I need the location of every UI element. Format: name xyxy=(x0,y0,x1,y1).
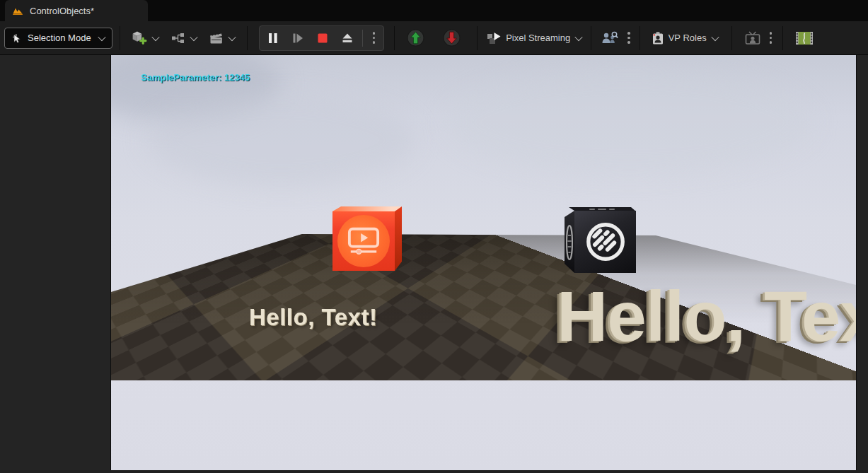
pixel-streaming-label: Pixel Streaming xyxy=(506,33,570,43)
main-toolbar: Selection Mode xyxy=(0,21,868,55)
viewport-3d[interactable]: Hello, Text! Hello, Text! SampleParamete… xyxy=(111,55,856,470)
pixel-streaming-button[interactable]: Pixel Streaming xyxy=(483,29,585,47)
toolbar-separator xyxy=(247,26,248,50)
cursor-arrow-icon xyxy=(11,33,22,44)
tab-label: ControlObjects* xyxy=(30,6,94,16)
tab-controlobjects[interactable]: ControlObjects* xyxy=(5,0,148,21)
logo-cube-actor[interactable] xyxy=(565,207,636,273)
blueprints-button[interactable] xyxy=(168,30,200,47)
text-actor-large[interactable]: Hello, Text! xyxy=(557,276,856,357)
cube-front-face xyxy=(332,211,395,271)
chevron-down-icon xyxy=(575,33,583,40)
sample-parameter-hud: SampleParameter: 12345 xyxy=(141,72,250,83)
toolbar-separator xyxy=(120,26,120,50)
media-badge xyxy=(337,215,390,267)
toolbar-separator xyxy=(477,26,478,50)
cinematics-button[interactable] xyxy=(206,29,238,47)
toolbar-separator xyxy=(782,26,783,50)
pause-button[interactable] xyxy=(263,29,283,47)
chevron-down-icon xyxy=(98,33,105,40)
vp-roles-button[interactable]: VP Roles xyxy=(647,28,722,48)
red-down-arrow-circle-icon xyxy=(443,29,461,47)
multi-user-button[interactable] xyxy=(597,28,623,48)
playback-controls xyxy=(259,25,385,51)
toolbar-separator xyxy=(731,26,732,50)
take-recorder-button[interactable] xyxy=(792,28,817,49)
text-actor-small[interactable]: Hello, Text! xyxy=(249,304,377,331)
chevron-down-icon xyxy=(151,33,159,40)
step-forward-button[interactable] xyxy=(288,29,308,47)
pull-changes-button[interactable] xyxy=(439,26,464,49)
chevron-down-icon xyxy=(228,33,236,40)
toolbar-separator xyxy=(640,26,640,50)
clapperboard-icon xyxy=(209,32,224,45)
side-ring-icon xyxy=(565,224,574,261)
add-actor-button[interactable] xyxy=(127,28,162,48)
striped-circle-logo-icon xyxy=(584,220,627,264)
squares-play-icon xyxy=(487,32,502,45)
tv-person-icon xyxy=(744,31,761,45)
media-player-icon xyxy=(347,226,380,256)
bottom-strip xyxy=(0,470,868,473)
push-changes-button[interactable] xyxy=(403,26,428,49)
chevron-down-icon xyxy=(190,33,197,40)
vp-roles-label: VP Roles xyxy=(669,33,707,43)
playback-separator xyxy=(362,30,363,47)
pause-icon xyxy=(267,32,279,45)
selection-mode-label: Selection Mode xyxy=(28,33,91,43)
broadcast-button[interactable] xyxy=(741,28,765,48)
playback-options-button[interactable] xyxy=(368,30,381,45)
cloud xyxy=(146,94,415,186)
cube-plus-icon xyxy=(131,30,147,45)
toolbar-separator xyxy=(394,26,395,50)
tab-bar: ControlObjects* xyxy=(0,0,868,21)
broadcast-options-button[interactable] xyxy=(765,30,777,45)
eject-icon xyxy=(341,32,354,45)
right-panel-strip xyxy=(856,55,868,470)
editor-main-area: Hello, Text! Hello, Text! SampleParamete… xyxy=(0,55,868,470)
cube-front-face xyxy=(574,211,636,273)
stop-button[interactable] xyxy=(313,29,332,47)
step-forward-icon xyxy=(291,32,304,45)
media-cube-actor[interactable] xyxy=(332,206,402,271)
eject-button[interactable] xyxy=(337,29,357,47)
toolbar-separator xyxy=(591,26,591,50)
cloud xyxy=(446,69,814,175)
green-filmstrip-icon xyxy=(795,30,814,46)
people-magnifier-icon xyxy=(601,31,619,45)
levels-mountain-icon xyxy=(12,5,23,16)
selection-mode-button[interactable]: Selection Mode xyxy=(4,28,112,49)
id-badge-icon xyxy=(651,31,665,45)
node-graph-icon xyxy=(171,33,185,44)
stop-icon xyxy=(316,32,329,45)
multi-user-options-button[interactable] xyxy=(623,30,635,45)
left-panel xyxy=(0,55,111,470)
green-up-arrow-circle-icon xyxy=(407,29,424,47)
chevron-down-icon xyxy=(711,33,719,40)
